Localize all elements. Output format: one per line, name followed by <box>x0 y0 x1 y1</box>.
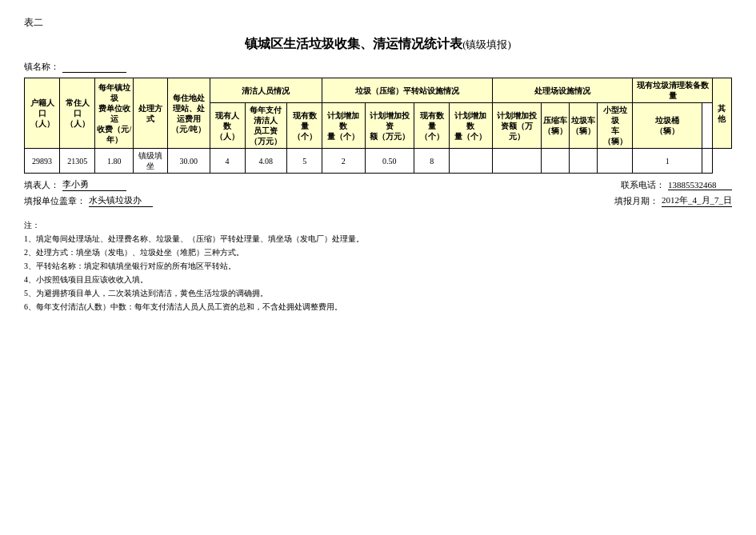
cell-station-planned: 2 <box>322 149 365 174</box>
cell-cost: 30.00 <box>167 149 210 174</box>
notes-item-3: 3、平转站名称：填定和镇填坐银行对应的所有地区平转站。 <box>24 259 732 273</box>
col-current-cleaners: 现有人数（人） <box>210 103 245 149</box>
col-group-cleaners: 清洁人员情况 <box>210 78 322 103</box>
col-method: 处理方式 <box>134 78 167 149</box>
unit-label: 填报单位盖章： <box>24 195 86 207</box>
cell-garbage-truck <box>570 149 598 174</box>
date-value: 2012年_4_月_7_日 <box>662 194 732 207</box>
cell-wages: 4.08 <box>245 149 286 174</box>
footer-unit: 填报单位盖章： 水头镇垃圾办 <box>24 194 153 207</box>
col-wages: 每年支付清洁人员工资（万元） <box>245 103 286 149</box>
cell-small-vehicle <box>598 149 633 174</box>
col-bins: 垃圾桶（辆） <box>633 103 702 149</box>
col-site-planned: 计划增加数量（个） <box>450 103 492 149</box>
col-cost: 每住地处理站、处运费用（元/吨） <box>167 78 210 149</box>
reporter-value: 李小勇 <box>62 178 126 191</box>
town-label: 镇名称： <box>24 61 59 73</box>
col-site-invest: 计划增加投资额（万元） <box>492 103 542 149</box>
footer-info: 填表人： 李小勇 联系电话： 13885532468 填报单位盖章： 水头镇垃圾… <box>24 178 732 207</box>
footer-reporter: 填表人： 李小勇 <box>24 178 126 191</box>
footer-row-2: 填报单位盖章： 水头镇垃圾办 填报月期： 2012年_4_月_7_日 <box>24 194 732 207</box>
date-label: 填报月期： <box>614 195 658 207</box>
col-group-sites: 处理场设施情况 <box>492 78 633 103</box>
footer-row-1: 填表人： 李小勇 联系电话： 13885532468 <box>24 178 732 191</box>
town-name-row: 镇名称： <box>24 61 732 73</box>
cell-site-current: 8 <box>414 149 450 174</box>
notes-item-6: 6、每年支付清洁(人数）中数：每年支付清洁人员人员工资的总和，不含处拥处调整费用… <box>24 300 732 313</box>
col-small-vehicle: 小型垃圾车（辆） <box>598 103 633 149</box>
cell-site-invest <box>492 149 542 174</box>
col-site-current: 现有数量（个） <box>414 103 450 149</box>
col-station-current: 现有数量（个） <box>287 103 322 149</box>
cell-station-current: 5 <box>287 149 322 174</box>
main-title: 镇城区生活垃圾收集、清运情况统计表(镇级填报) <box>24 36 732 53</box>
cell-site-planned <box>450 149 492 174</box>
col-fee: 每年镇垃圾费单位收运收费（元/年） <box>95 78 134 149</box>
notes-item-4: 4、小按照钱项目且应该收收入填。 <box>24 273 732 286</box>
notes-title: 注： <box>24 221 40 230</box>
cell-huji: 29893 <box>25 149 60 174</box>
col-station-invest: 计划增加投资额（万元） <box>365 103 414 149</box>
phone-label: 联系电话： <box>621 179 665 191</box>
cell-fee: 1.80 <box>95 149 134 174</box>
notes-item-1: 1、填定每间处理场址、处理费名称、垃圾量、（压缩）平转处理量、填坐场（发电厂）处… <box>24 232 732 246</box>
col-station-planned: 计划增加数量（个） <box>322 103 365 149</box>
notes-item-5: 5、为避拥挤项目单人，二次装填达到清洁，黄色生活垃圾的调确拥。 <box>24 286 732 300</box>
col-huji: 户籍人口（人） <box>25 78 60 149</box>
cell-compress <box>542 149 570 174</box>
cell-method: 镇级填坐 <box>134 149 167 174</box>
cell-cleaners: 4 <box>210 149 245 174</box>
phone-value: 13885532468 <box>668 180 732 190</box>
data-row-1: 29893 21305 1.80 镇级填坐 30.00 4 4.08 5 2 0… <box>25 149 732 174</box>
cell-bins: 1 <box>633 149 702 174</box>
col-group-stations: 垃圾（压缩）平转站设施情况 <box>322 78 492 103</box>
reporter-label: 填表人： <box>24 179 59 191</box>
notes-item-2: 2、处理方式：填坐场（发电）、垃圾处坐（堆肥）三种方式。 <box>24 246 732 259</box>
col-changzhu: 常住人口（人） <box>60 78 95 149</box>
col-group-vehicles: 现有垃圾清理装备数量 <box>633 78 712 103</box>
notes-section: 注： 1、填定每间处理场址、处理费名称、垃圾量、（压缩）平转处理量、填坐场（发电… <box>24 218 732 313</box>
table-label: 表二 <box>24 16 732 30</box>
col-compress: 压缩车（辆） <box>542 103 570 149</box>
footer-date: 填报月期： 2012年_4_月_7_日 <box>614 194 732 207</box>
col-garbage-truck: 垃圾车（辆） <box>570 103 598 149</box>
main-table: 户籍人口（人） 常住人口（人） 每年镇垃圾费单位收运收费（元/年） 处理方式 每… <box>24 78 732 174</box>
unit-value: 水头镇垃圾办 <box>89 194 153 207</box>
cell-changzhu: 21305 <box>60 149 95 174</box>
cell-station-invest: 0.50 <box>365 149 414 174</box>
cell-other <box>702 149 712 174</box>
footer-phone: 联系电话： 13885532468 <box>621 178 732 191</box>
col-other: 其他 <box>712 78 731 149</box>
town-value-box <box>62 62 126 73</box>
